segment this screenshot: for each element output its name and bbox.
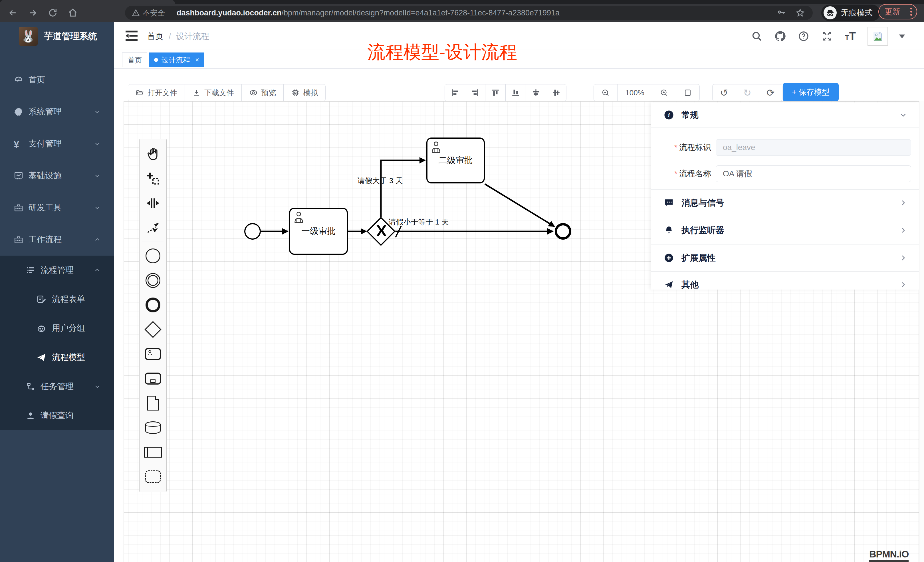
sidebar-item-leave-query[interactable]: 请假查询: [0, 401, 114, 430]
avatar[interactable]: [867, 27, 888, 46]
paper-plane-icon: [36, 352, 46, 362]
incognito-badge: 无痕模式: [821, 4, 880, 21]
tab-home[interactable]: 首页: [122, 52, 147, 67]
align-top-button[interactable]: [485, 84, 506, 101]
general-fields: *流程标识 *流程名称: [651, 128, 920, 190]
bookmark-star-icon[interactable]: [796, 8, 805, 17]
zoom-out-button[interactable]: [594, 84, 618, 101]
app-logo: 🐰: [19, 27, 38, 46]
scrollbar-track[interactable]: [919, 101, 924, 562]
form-edit-icon: [36, 294, 46, 304]
browser-home-button[interactable]: [64, 4, 82, 22]
sidebar-item-label: 流程模型: [52, 352, 85, 363]
sidebar-item-system[interactable]: 系统管理: [0, 96, 114, 128]
sidebar-item-infra[interactable]: 基础设施: [0, 160, 114, 192]
help-icon[interactable]: [797, 30, 810, 42]
folder-icon: [135, 88, 144, 97]
bpmn-toolbar: 打开文件 下载文件 预览 模拟 100%: [114, 69, 924, 101]
user-task-level2[interactable]: 二级审批: [426, 138, 485, 183]
chevron-down-icon: [94, 384, 100, 390]
align-left-button[interactable]: [445, 84, 465, 101]
simulate-button[interactable]: 模拟: [284, 84, 325, 101]
sidebar-item-process-form[interactable]: 流程表单: [0, 285, 114, 314]
align-bottom-button[interactable]: [506, 84, 526, 101]
preview-button[interactable]: 预览: [242, 84, 284, 101]
sidebar-item-user-group[interactable]: 用户分组: [0, 314, 114, 343]
sidebar-item-payment[interactable]: ¥ 支付管理: [0, 128, 114, 160]
end-event[interactable]: [555, 223, 571, 240]
chevron-down-icon: [94, 205, 100, 211]
browser-reload-button[interactable]: [44, 4, 62, 22]
fullscreen-icon[interactable]: [821, 30, 833, 42]
sidebar-item-workflow[interactable]: 工作流程: [0, 224, 114, 256]
download-file-button[interactable]: 下载文件: [185, 84, 242, 101]
zoom-level: 100%: [618, 84, 652, 101]
section-execution-listener[interactable]: 执行监听器: [651, 216, 920, 244]
key-icon[interactable]: [777, 8, 786, 17]
zoom-in-button[interactable]: [652, 84, 676, 101]
save-model-button[interactable]: + 保存模型: [783, 83, 838, 101]
align-right-button[interactable]: [465, 84, 485, 101]
browser-forward-button[interactable]: [24, 4, 42, 22]
font-size-icon[interactable]: TT: [844, 30, 856, 42]
collapse-sidebar-icon[interactable]: [126, 30, 138, 42]
sidebar-item-devtools[interactable]: 研发工具: [0, 192, 114, 224]
info-icon: i: [664, 110, 674, 120]
annotation-title: 流程模型-设计流程: [340, 40, 545, 64]
warning-icon: [132, 9, 140, 17]
restart-button[interactable]: ⟳: [759, 84, 782, 101]
section-message-signal[interactable]: 消息与信号: [651, 190, 920, 216]
chevron-down-icon: [94, 172, 100, 179]
sidebar-item-label: 首页: [28, 74, 45, 85]
task-label: 二级审批: [439, 154, 473, 166]
close-tab-icon[interactable]: ×: [195, 56, 199, 64]
section-label: 扩展属性: [681, 252, 716, 264]
browser-chrome: 不安全 dashboard.yudao.iocoder.cn/bpm/manag…: [0, 0, 924, 22]
incognito-label: 无痕模式: [841, 7, 873, 18]
workflow-branch-icon: [26, 382, 35, 391]
align-center-vertical-button[interactable]: [546, 84, 566, 101]
open-file-button[interactable]: 打开文件: [128, 84, 185, 101]
section-label: 执行监听器: [681, 225, 724, 236]
section-extended-attributes[interactable]: 扩展属性: [651, 244, 920, 271]
bpmn-io-watermark[interactable]: BPMN.iO: [869, 549, 909, 562]
chevron-up-icon: [94, 237, 100, 243]
avatar-caret-icon[interactable]: [899, 34, 905, 38]
download-icon: [192, 88, 201, 97]
user-task-level1[interactable]: 一级审批: [289, 208, 348, 255]
undo-button[interactable]: ↺: [712, 84, 736, 101]
section-label: 其他: [681, 279, 699, 291]
browser-update-button[interactable]: 更新: [878, 4, 917, 19]
tab-design-process[interactable]: 设计流程 ×: [149, 52, 204, 67]
workflow-submenu: 流程管理 流程表单 用户分组 流程模型 任务管理 请假: [0, 256, 114, 430]
start-event[interactable]: [244, 223, 261, 240]
sidebar-item-task-mgmt[interactable]: 任务管理: [0, 372, 114, 401]
browser-menu-icon[interactable]: [910, 8, 912, 16]
sidebar-item-label: 任务管理: [40, 381, 74, 392]
section-other[interactable]: 其他: [651, 271, 920, 298]
browser-url-bar[interactable]: 不安全 dashboard.yudao.iocoder.cn/bpm/manag…: [125, 6, 813, 20]
redo-button[interactable]: ↻: [736, 84, 759, 101]
section-general[interactable]: i 常规: [651, 102, 920, 128]
required-asterisk: *: [674, 143, 678, 152]
app-logo-row[interactable]: 🐰 芋道管理系统: [0, 22, 114, 51]
search-icon[interactable]: [750, 30, 763, 42]
browser-back-button[interactable]: [4, 4, 22, 22]
align-center-horizontal-button[interactable]: [526, 84, 546, 101]
sidebar-item-home[interactable]: 首页: [0, 64, 114, 96]
user-task-icon: [430, 141, 442, 153]
zoom-reset-button[interactable]: [676, 84, 699, 101]
process-key-input[interactable]: [716, 139, 911, 156]
breadcrumb-home[interactable]: 首页: [147, 31, 164, 42]
browser-tabstrip: [0, 0, 924, 4]
app-title: 芋道管理系统: [44, 30, 97, 42]
url-separator: [171, 9, 171, 17]
sidebar-item-process-model[interactable]: 流程模型: [0, 343, 114, 372]
sidebar-item-process-mgmt[interactable]: 流程管理: [0, 256, 114, 285]
list-tree-icon: [26, 265, 35, 275]
process-name-input[interactable]: [716, 165, 911, 182]
github-icon[interactable]: [774, 30, 786, 42]
browser-active-tab[interactable]: [0, 0, 175, 4]
process-name-label: *流程名称: [651, 168, 711, 179]
chevron-up-icon: [94, 267, 100, 273]
